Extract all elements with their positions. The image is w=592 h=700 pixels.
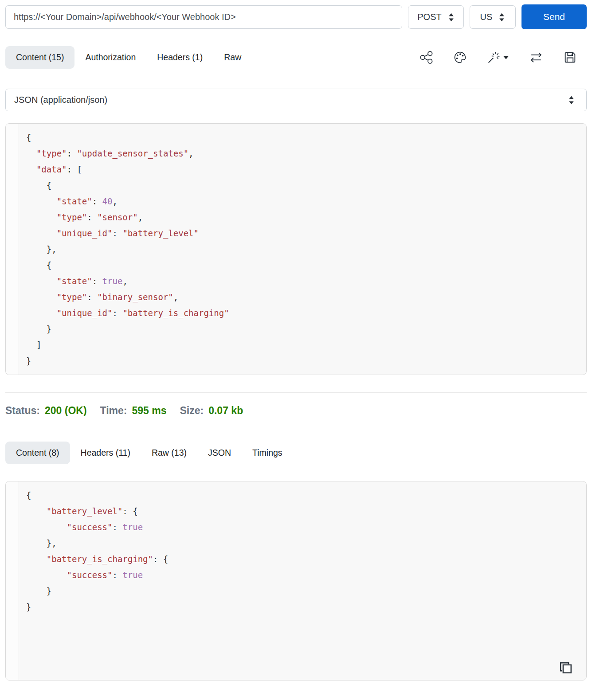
body-type-select-value: JSON (application/json) [14, 95, 107, 105]
share-icon[interactable] [419, 51, 433, 64]
select-arrows-icon [448, 12, 455, 22]
select-arrows-icon [568, 95, 575, 105]
status-stat: Status: 200 (OK) [5, 405, 87, 417]
request-body-editor[interactable]: { "type": "update_sensor_states", "data"… [5, 123, 587, 375]
select-arrows-icon [498, 12, 505, 22]
tab-request-headers[interactable]: Headers (1) [146, 46, 213, 69]
url-input[interactable] [5, 5, 402, 29]
tab-response-json[interactable]: JSON [197, 442, 242, 464]
response-tabs-row: Content (8) Headers (11) Raw (13) JSON T… [5, 442, 587, 464]
request-tabs: Content (15) Authorization Headers (1) R… [5, 46, 252, 69]
api-client-page: POST US Send Content (15) Authorization … [0, 4, 592, 680]
palette-icon[interactable] [453, 51, 467, 64]
chevron-down-icon [503, 55, 509, 60]
editor-gutter [6, 481, 19, 680]
size-value: 0.07 kb [208, 405, 243, 417]
response-body-code: { "battery_level": { "success": true }, … [19, 481, 586, 680]
time-label: Time: [100, 405, 127, 417]
response-status-bar: Status: 200 (OK) Time: 595 ms Size: 0.07… [5, 405, 587, 417]
method-select-value: POST [417, 12, 441, 22]
response-body-viewer: { "battery_level": { "success": true }, … [5, 481, 587, 680]
time-value: 595 ms [132, 405, 166, 417]
request-toolbar [419, 51, 577, 64]
size-stat: Size: 0.07 kb [180, 405, 243, 417]
request-tabs-row: Content (15) Authorization Headers (1) R… [5, 46, 587, 69]
editor-gutter [6, 124, 19, 375]
locale-select[interactable]: US [470, 5, 516, 29]
method-select[interactable]: POST [408, 5, 464, 29]
tab-request-content[interactable]: Content (15) [5, 46, 74, 69]
response-tabs: Content (8) Headers (11) Raw (13) JSON T… [5, 442, 293, 464]
status-value: 200 (OK) [45, 405, 87, 417]
status-label: Status: [5, 405, 40, 417]
magic-wand-icon[interactable] [487, 51, 509, 64]
tab-response-content[interactable]: Content (8) [5, 442, 70, 464]
tab-request-raw[interactable]: Raw [213, 46, 252, 69]
locale-select-value: US [480, 12, 493, 22]
request-bar: POST US Send [5, 4, 587, 29]
save-icon[interactable] [563, 51, 577, 64]
time-stat: Time: 595 ms [100, 405, 167, 417]
request-body-code[interactable]: { "type": "update_sensor_states", "data"… [19, 124, 586, 375]
tab-request-authorization[interactable]: Authorization [74, 46, 146, 69]
section-divider [5, 392, 587, 393]
tab-response-raw[interactable]: Raw (13) [141, 442, 197, 464]
tab-response-timings[interactable]: Timings [242, 442, 293, 464]
swap-arrows-icon[interactable] [529, 51, 543, 64]
tab-response-headers[interactable]: Headers (11) [70, 442, 141, 464]
body-type-select[interactable]: JSON (application/json) [5, 89, 587, 111]
send-button[interactable]: Send [521, 4, 587, 29]
size-label: Size: [180, 405, 204, 417]
copy-icon[interactable] [557, 660, 575, 677]
